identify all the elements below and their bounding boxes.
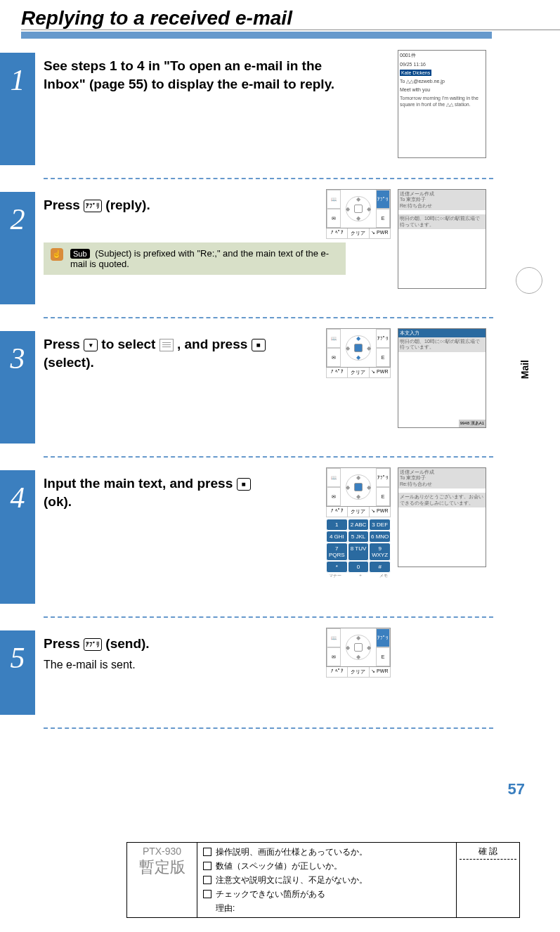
pwr-key: ↘ PWR bbox=[370, 507, 390, 517]
step-5-sub: The e-mail is sent. bbox=[44, 659, 560, 671]
ss1-from: Kate Dickens bbox=[400, 70, 431, 76]
app-key-highlight: ｱﾌﾟﾘ bbox=[376, 628, 390, 647]
keypad-diagram-5: 📖 ✉ ◆◆ ◆◆ ｱﾌﾟﾘ E bbox=[326, 628, 391, 678]
step-1: 1 See steps 1 to 4 in "To open an e-mail… bbox=[0, 53, 560, 165]
step-3-mid1: to select bbox=[101, 337, 159, 351]
pair-key: ↗ ﾍﾟｱ bbox=[327, 228, 348, 238]
step-1-text: See steps 1 to 4 in "To open an e-mail i… bbox=[44, 57, 346, 93]
step-5-pre: Press bbox=[44, 636, 84, 651]
center-key-icon bbox=[237, 478, 251, 491]
key-2: 2 ABC bbox=[348, 519, 370, 531]
footer-check-4: チェックできない箇所がある bbox=[203, 888, 450, 900]
pwr-key: ↘ PWR bbox=[370, 667, 390, 677]
book-icon: 📖 bbox=[327, 628, 341, 647]
footer-confirm: 確 認 bbox=[460, 846, 516, 860]
down-key-icon: ▾ bbox=[84, 339, 98, 351]
key-9: 9 WXYZ bbox=[369, 543, 391, 561]
ss3-status: 9948 漢あA1 bbox=[459, 420, 486, 427]
mail-icon: ✉ bbox=[327, 348, 341, 367]
ss4-to: To 東京鈴子 bbox=[400, 475, 484, 481]
step-number: 4 bbox=[0, 470, 35, 604]
screenshot-2: 送信メール作成 To 東京鈴子 Re:待ち合わせ 明日の朝、10時に○○駅の駅前… bbox=[398, 189, 486, 289]
app-key-icon: ｱﾌﾟﾘ bbox=[84, 638, 102, 651]
step-2-post: (reply). bbox=[105, 198, 150, 212]
divider bbox=[44, 317, 493, 318]
key-7: 7 PQRS bbox=[326, 543, 348, 561]
ss1-header1: 0001件 bbox=[398, 51, 486, 60]
key-1: 1 bbox=[326, 519, 348, 531]
step-5-post: (send). bbox=[105, 636, 149, 651]
step-5: 5 Press ｱﾌﾟﾘ (send). The e-mail is sent.… bbox=[0, 630, 560, 715]
step-4-post: (ok). bbox=[44, 494, 72, 509]
screenshot-4: 送信メール作成 To 東京鈴子 Re:待ち合わせ メールありがとうございます。お… bbox=[398, 467, 486, 567]
step-number: 5 bbox=[0, 630, 35, 715]
key-hash: # bbox=[369, 561, 391, 573]
side-tab: Mail bbox=[518, 351, 532, 387]
pwr-key: ↘ PWR bbox=[370, 368, 390, 377]
center-key-icon bbox=[252, 339, 266, 351]
key-5: 5 JKL bbox=[348, 531, 370, 543]
step-3-post: (select). bbox=[44, 355, 94, 370]
keypad-diagram-4: 📖 ✉ ◆◆ ◆◆ ｱﾌﾟﾘ E bbox=[326, 467, 391, 579]
key-star: * bbox=[326, 561, 348, 573]
document-icon bbox=[159, 339, 174, 351]
dpad-icon: ◆◆ ◆◆ bbox=[346, 196, 371, 221]
ss4-body: メールありがとうございます。お会いできるのを楽しみにしています。 bbox=[398, 493, 486, 507]
step-5-text: Press ｱﾌﾟﾘ (send). bbox=[44, 635, 346, 653]
keypad-diagram-2: 📖 ✉ ◆◆ ◆◆ ｱﾌﾟﾘ E bbox=[326, 189, 391, 239]
screenshot-1: 0001件 09/25 11:16 Kate Dickens To △△@ezw… bbox=[398, 50, 486, 158]
e-key: E bbox=[376, 209, 390, 228]
memo-label: メモ bbox=[379, 573, 388, 579]
app-key: ｱﾌﾟﾘ bbox=[376, 468, 390, 487]
ss1-header2: 09/25 11:16 bbox=[398, 60, 486, 68]
step-4-text: Input the main text, and press (ok). bbox=[44, 474, 275, 510]
key-4: 4 GHI bbox=[326, 531, 348, 543]
footer-check-1: 操作説明、画面が仕様とあっているか。 bbox=[203, 846, 450, 858]
ss2-subject: Re:待ち合わせ bbox=[400, 203, 484, 209]
page-number: 57 bbox=[508, 780, 525, 798]
keypad-diagram-3: 📖 ✉ ◆◆ ◆◆ ｱﾌﾟﾘ E bbox=[326, 328, 391, 378]
ss2-body: 明日の朝、10時に○○駅の駅前広場で待っています。 bbox=[398, 214, 486, 229]
ss1-body: Tomorrow morning I'm waiting in the squa… bbox=[398, 93, 486, 109]
numpad: 1 2 ABC 3 DEF 4 GHI 5 JKL 6 MNO 7 PQRS 8… bbox=[326, 519, 391, 579]
note-box: ☝ Sub (Subject) is prefixed with "Re:," … bbox=[44, 242, 346, 275]
step-number: 1 bbox=[0, 53, 35, 165]
ss4-title: 送信メール作成 bbox=[400, 470, 484, 475]
ss1-to: To △△@ezweb.ne.jp bbox=[398, 77, 486, 86]
key-8: 8 TUV bbox=[348, 543, 370, 561]
step-2-text: Press ｱﾌﾟﾘ (reply). bbox=[44, 196, 346, 214]
step-number: 3 bbox=[0, 331, 35, 444]
ss1-subject: Meet with you bbox=[398, 86, 486, 93]
step-4: 4 Input the main text, and press (ok). 📖… bbox=[0, 470, 560, 604]
ss2-title: 送信メール作成 bbox=[400, 191, 484, 197]
divider bbox=[44, 727, 493, 729]
mail-icon: ✉ bbox=[327, 209, 341, 228]
e-key: E bbox=[376, 647, 390, 666]
note-text: (Subject) is prefixed with "Re:," and th… bbox=[70, 248, 329, 269]
hand-icon: ☝ bbox=[51, 248, 63, 261]
ss3-body: 明日の朝、10時に○○駅の駅前広場で待っています。 bbox=[398, 337, 486, 352]
mail-icon: ✉ bbox=[327, 647, 341, 666]
clear-key: クリア bbox=[348, 228, 369, 238]
dpad-icon: ◆◆ ◆◆ bbox=[346, 635, 371, 660]
manner-label: マナー bbox=[329, 573, 341, 579]
dpad-icon: ◆◆ ◆◆ bbox=[346, 474, 371, 500]
footer-box: PTX-930 暫定版 操作説明、画面が仕様とあっているか。 数値（スペック値）… bbox=[126, 842, 520, 918]
ss3-title: 本文入力 bbox=[398, 329, 486, 337]
ss4-subject: Re:待ち合わせ bbox=[400, 481, 484, 487]
step-number: 2 bbox=[0, 192, 35, 304]
dpad-icon: ◆◆ ◆◆ bbox=[346, 335, 371, 361]
footer-provisional: 暫定版 bbox=[130, 857, 194, 878]
step-4-pre: Input the main text, and press bbox=[44, 476, 237, 491]
screenshot-3: 本文入力 明日の朝、10時に○○駅の駅前広場で待っています。 9948 漢あA1 bbox=[398, 328, 486, 428]
e-key: E bbox=[376, 348, 390, 367]
step-3: 3 Press ▾ to select , and press (select)… bbox=[0, 331, 560, 444]
ss2-to: To 東京鈴子 bbox=[400, 197, 484, 202]
footer-check-3: 注意文や説明文に誤り、不足がないか。 bbox=[203, 874, 450, 886]
pair-key: ↗ ﾍﾟｱ bbox=[327, 368, 348, 377]
sub-badge: Sub bbox=[70, 249, 90, 259]
divider bbox=[44, 616, 493, 618]
clear-key: クリア bbox=[348, 667, 369, 677]
app-key-icon: ｱﾌﾟﾘ bbox=[84, 200, 102, 212]
pair-key: ↗ ﾍﾟｱ bbox=[327, 667, 348, 677]
